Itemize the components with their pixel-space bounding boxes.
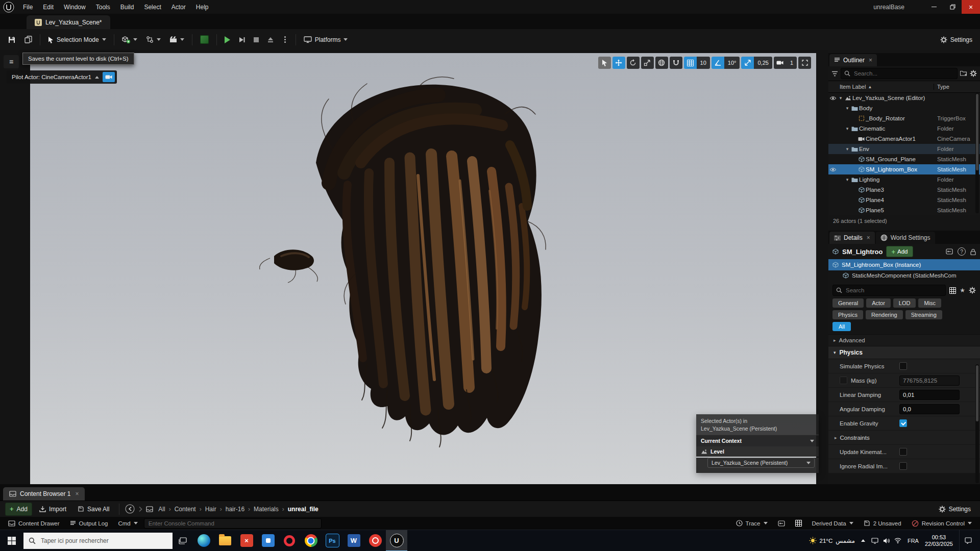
column-item-label[interactable]: Item Label ▲ xyxy=(828,84,934,90)
chevron-right-icon[interactable]: ▸ xyxy=(835,435,837,440)
tray-expand-icon[interactable] xyxy=(861,539,865,542)
volume-icon[interactable] xyxy=(883,538,890,544)
tab-outliner[interactable]: Outliner × xyxy=(829,54,877,66)
breadcrumb-item[interactable]: Hair xyxy=(205,506,216,513)
menu-help[interactable]: Help xyxy=(191,2,213,12)
menu-actor[interactable]: Actor xyxy=(167,2,190,12)
advanced-section-row[interactable]: ▸ Advanced xyxy=(828,334,980,346)
close-icon[interactable]: × xyxy=(869,57,872,64)
outliner-row[interactable]: ▾LightingFolder xyxy=(828,174,980,185)
taskbar-app-chrome[interactable] xyxy=(300,530,322,551)
physics-section-header[interactable]: ▾ Physics xyxy=(828,346,980,359)
taskbar-search-input[interactable] xyxy=(40,537,167,545)
eject-button[interactable] xyxy=(264,33,277,47)
task-view-button[interactable] xyxy=(173,530,193,551)
outliner-row[interactable]: SM_Ground_PlaneStaticMesh xyxy=(828,154,980,164)
details-settings-icon[interactable] xyxy=(969,287,976,294)
favorites-star-icon[interactable]: ★ xyxy=(960,287,965,294)
unsaved-button[interactable]: 2 Unsaved xyxy=(860,518,905,529)
platforms-dropdown[interactable]: Platforms xyxy=(300,33,352,47)
language-indicator[interactable]: FRA xyxy=(908,538,919,544)
output-log-button[interactable]: Output Log xyxy=(66,518,112,529)
pilot-camera-toggle[interactable] xyxy=(103,72,115,82)
expand-caret[interactable]: ▾ xyxy=(844,126,850,131)
new-folder-icon[interactable] xyxy=(960,70,967,77)
grid-snap-control[interactable]: 10 xyxy=(684,57,710,69)
network-icon[interactable] xyxy=(894,538,901,543)
outliner-search-box[interactable] xyxy=(841,68,958,79)
taskbar-app-photoshop[interactable]: Ps xyxy=(322,530,343,551)
property-checkbox[interactable] xyxy=(899,362,907,370)
menu-window[interactable]: Window xyxy=(59,2,90,12)
property-group-label[interactable]: Constraints xyxy=(840,435,870,441)
menu-select[interactable]: Select xyxy=(139,2,165,12)
taskbar-search[interactable] xyxy=(23,533,173,549)
outliner-row[interactable]: ▾Body xyxy=(828,103,980,113)
breadcrumb-item[interactable]: Content xyxy=(175,506,196,513)
outliner-row[interactable]: CineCameraActor1CineCamera xyxy=(828,134,980,144)
minimize-button[interactable] xyxy=(925,0,943,14)
play-options-button[interactable] xyxy=(279,33,291,47)
filter-chip-lod[interactable]: LOD xyxy=(893,298,916,308)
visibility-eye-icon[interactable] xyxy=(828,167,838,172)
property-input[interactable] xyxy=(899,390,960,400)
scale-tool-button[interactable] xyxy=(641,57,654,69)
add-actor-button[interactable] xyxy=(118,33,141,47)
outliner-row[interactable]: ▾CinematicFolder xyxy=(828,123,980,134)
instance-row[interactable]: SM_Lightroom_Box (Instance) xyxy=(828,259,980,270)
property-override-checkbox[interactable] xyxy=(840,377,847,384)
display-icon[interactable] xyxy=(871,538,878,544)
tab-content-browser[interactable]: Content Browser 1 × xyxy=(3,487,85,500)
property-checkbox[interactable] xyxy=(899,448,907,456)
skip-button[interactable] xyxy=(235,33,249,47)
help-icon[interactable]: ? xyxy=(958,247,966,256)
pilot-actor-bar[interactable]: Pilot Actor: CineCameraActor1 xyxy=(7,70,117,84)
menu-file[interactable]: File xyxy=(18,2,37,12)
viewport-menu-button[interactable]: ≡ xyxy=(4,55,19,68)
menu-tools[interactable]: Tools xyxy=(91,2,115,12)
content-settings-button[interactable]: Settings xyxy=(935,503,975,515)
bridge-button[interactable] xyxy=(197,33,212,47)
cinematics-button[interactable] xyxy=(166,33,188,47)
stop-button[interactable] xyxy=(250,33,262,47)
blueprint-convert-icon[interactable] xyxy=(946,248,953,255)
selection-mode-dropdown[interactable]: Selection Mode xyxy=(44,33,110,47)
save-button[interactable] xyxy=(4,33,19,47)
outliner-row[interactable]: ▾EnvFolder xyxy=(828,144,980,154)
taskbar-app-edge[interactable] xyxy=(193,530,214,551)
property-input[interactable] xyxy=(899,375,960,386)
revision-control-dropdown[interactable]: Revision Control xyxy=(908,518,976,529)
property-checkbox[interactable] xyxy=(899,462,907,470)
details-search-box[interactable] xyxy=(832,285,946,296)
filter-chip-streaming[interactable]: Streaming xyxy=(905,310,942,319)
close-icon[interactable]: × xyxy=(867,234,870,241)
outliner-row[interactable]: Plane5StaticMesh xyxy=(828,205,980,215)
property-checkbox[interactable] xyxy=(899,419,907,427)
outliner-row[interactable]: SM_Lightroom_BoxStaticMesh xyxy=(828,164,980,174)
filter-icon[interactable] xyxy=(831,71,838,77)
browse-button[interactable] xyxy=(21,33,36,47)
expand-caret[interactable]: ▾ xyxy=(838,95,844,101)
filter-chip-all[interactable]: All xyxy=(832,322,851,331)
outliner-row[interactable]: Plane4StaticMesh xyxy=(828,195,980,205)
action-center-button[interactable] xyxy=(959,530,977,551)
unreal-logo-icon[interactable] xyxy=(3,2,14,13)
tab-world-settings[interactable]: World Settings xyxy=(876,232,935,244)
path-root-icon[interactable] xyxy=(146,506,153,512)
import-button[interactable]: Import xyxy=(35,503,70,515)
camera-speed-control[interactable]: 1 xyxy=(774,57,797,69)
world-space-button[interactable] xyxy=(655,57,668,69)
back-button[interactable] xyxy=(125,504,135,514)
outliner-settings-icon[interactable] xyxy=(970,70,977,77)
blueprints-button[interactable] xyxy=(142,33,164,47)
expand-caret[interactable]: ▾ xyxy=(844,106,850,111)
taskbar-app-redapp[interactable] xyxy=(364,530,386,551)
play-button[interactable] xyxy=(221,33,234,47)
property-input[interactable] xyxy=(899,404,960,414)
taskbar-app-xapp[interactable]: × xyxy=(236,530,257,551)
profiler-button[interactable] xyxy=(791,518,806,529)
level-context-dropdown[interactable]: Lev_Yazkua_Scene (Persistent) xyxy=(707,458,815,468)
taskbar-app-unreal[interactable]: U xyxy=(386,530,407,551)
details-search-input[interactable] xyxy=(845,287,942,294)
filter-chip-physics[interactable]: Physics xyxy=(832,310,863,319)
